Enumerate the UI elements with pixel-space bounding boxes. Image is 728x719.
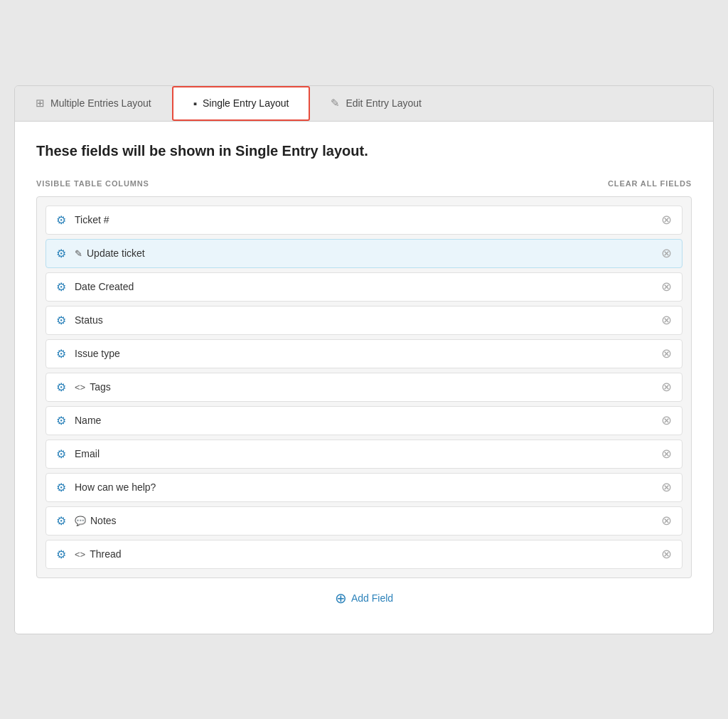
thread-prefix-icon: <> xyxy=(75,549,85,560)
field-row-email: ⚙ Email ⊗ xyxy=(46,440,682,469)
email-gear-icon[interactable]: ⚙ xyxy=(56,447,66,461)
update_ticket-prefix-icon: ✎ xyxy=(75,248,82,259)
layout-container: ⊞ Multiple Entries Layout▪ Single Entry … xyxy=(14,85,714,634)
section-label: VISIBLE TABLE COLUMNS CLEAR ALL FIELDS xyxy=(36,179,692,188)
name-label: Name xyxy=(75,415,653,426)
status-gear-icon[interactable]: ⚙ xyxy=(56,314,66,327)
date_created-remove-button[interactable]: ⊗ xyxy=(661,280,672,293)
name-remove-button[interactable]: ⊗ xyxy=(661,414,672,427)
how_can_we_help-remove-button[interactable]: ⊗ xyxy=(661,481,672,494)
issue_type-gear-icon[interactable]: ⚙ xyxy=(56,347,66,361)
issue_type-label: Issue type xyxy=(75,348,653,359)
tags-prefix-icon: <> xyxy=(75,382,85,393)
notes-label: 💬Notes xyxy=(75,515,653,526)
tab-multiple[interactable]: ⊞ Multiple Entries Layout xyxy=(15,86,172,121)
status-remove-button[interactable]: ⊗ xyxy=(661,314,672,326)
ticket-label: Ticket # xyxy=(75,214,653,225)
how_can_we_help-label: How can we help? xyxy=(75,481,653,493)
tags-gear-icon[interactable]: ⚙ xyxy=(56,380,66,394)
notes-remove-button[interactable]: ⊗ xyxy=(661,514,672,527)
multiple-tab-icon: ⊞ xyxy=(36,97,45,110)
main-content: These fields will be shown in Single Ent… xyxy=(15,122,713,634)
field-row-tags: ⚙ <>Tags ⊗ xyxy=(46,373,682,402)
single-tab-label: Single Entry Layout xyxy=(203,97,289,109)
thread-label: <>Thread xyxy=(75,548,653,560)
date_created-label: Date Created xyxy=(75,281,653,292)
tab-bar: ⊞ Multiple Entries Layout▪ Single Entry … xyxy=(15,86,713,122)
clear-all-button[interactable]: CLEAR ALL FIELDS xyxy=(608,179,692,188)
field-row-status: ⚙ Status ⊗ xyxy=(46,306,682,335)
name-gear-icon[interactable]: ⚙ xyxy=(56,414,66,427)
thread-gear-icon[interactable]: ⚙ xyxy=(56,548,66,561)
field-row-notes: ⚙ 💬Notes ⊗ xyxy=(46,506,682,536)
edit-tab-label: Edit Entry Layout xyxy=(346,97,422,109)
field-row-ticket: ⚙ Ticket # ⊗ xyxy=(46,206,682,235)
visible-columns-label: VISIBLE TABLE COLUMNS xyxy=(36,179,149,188)
notes-prefix-icon: 💬 xyxy=(75,516,86,526)
email-remove-button[interactable]: ⊗ xyxy=(661,447,672,460)
tags-label: <>Tags xyxy=(75,381,653,393)
tags-remove-button[interactable]: ⊗ xyxy=(661,380,672,393)
add-field-label: Add Field xyxy=(351,592,393,604)
status-label: Status xyxy=(75,314,653,326)
field-row-issue_type: ⚙ Issue type ⊗ xyxy=(46,339,682,368)
thread-remove-button[interactable]: ⊗ xyxy=(661,548,672,560)
multiple-tab-label: Multiple Entries Layout xyxy=(50,97,151,109)
email-label: Email xyxy=(75,448,653,459)
add-icon: ⊕ xyxy=(335,591,347,605)
update_ticket-remove-button[interactable]: ⊗ xyxy=(661,247,672,260)
notes-gear-icon[interactable]: ⚙ xyxy=(56,514,66,528)
field-row-date_created: ⚙ Date Created ⊗ xyxy=(46,272,682,302)
ticket-remove-button[interactable]: ⊗ xyxy=(661,213,672,226)
field-row-update_ticket: ⚙ ✎Update ticket ⊗ xyxy=(46,239,682,268)
update_ticket-label: ✎Update ticket xyxy=(75,247,653,259)
edit-tab-icon: ✎ xyxy=(331,97,340,110)
ticket-gear-icon[interactable]: ⚙ xyxy=(56,213,66,227)
how_can_we_help-gear-icon[interactable]: ⚙ xyxy=(56,481,66,494)
fields-container: ⚙ Ticket # ⊗ ⚙ ✎Update ticket ⊗ ⚙ Date C… xyxy=(36,196,692,578)
field-row-name: ⚙ Name ⊗ xyxy=(46,406,682,435)
single-tab-icon: ▪ xyxy=(193,97,197,110)
update_ticket-gear-icon[interactable]: ⚙ xyxy=(56,247,66,260)
field-row-how_can_we_help: ⚙ How can we help? ⊗ xyxy=(46,473,682,502)
issue_type-remove-button[interactable]: ⊗ xyxy=(661,347,672,360)
tab-single[interactable]: ▪ Single Entry Layout xyxy=(172,86,311,121)
date_created-gear-icon[interactable]: ⚙ xyxy=(56,280,66,294)
field-row-thread: ⚙ <>Thread ⊗ xyxy=(46,540,682,569)
add-field-button[interactable]: ⊕ Add Field xyxy=(36,591,692,605)
tab-edit[interactable]: ✎ Edit Entry Layout xyxy=(310,86,442,121)
page-title: These fields will be shown in Single Ent… xyxy=(36,143,692,159)
